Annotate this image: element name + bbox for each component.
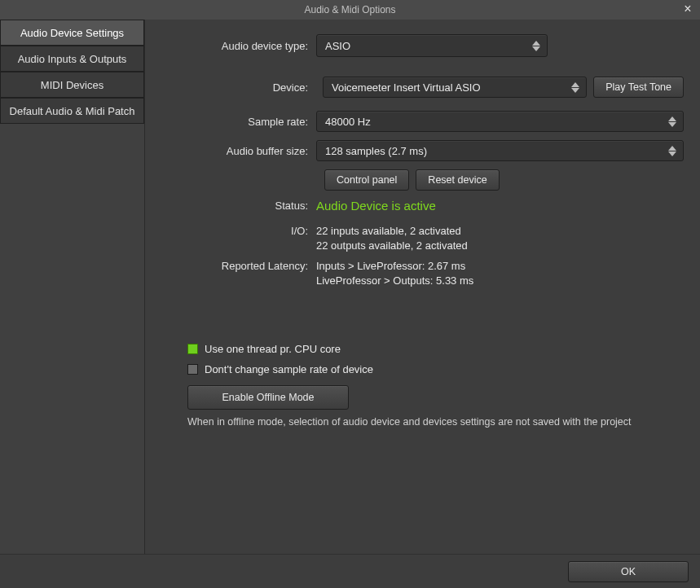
checkbox-icon: [187, 364, 198, 375]
play-test-tone-button[interactable]: Play Test Tone: [593, 77, 684, 98]
svg-marker-0: [532, 41, 540, 46]
svg-marker-1: [532, 46, 540, 51]
label-sample-rate: Sample rate:: [161, 116, 316, 128]
sidebar-item-audio-device-settings[interactable]: Audio Device Settings: [0, 20, 144, 46]
label-io: I/O:: [161, 224, 316, 237]
svg-marker-4: [668, 116, 676, 121]
window-title: Audio & Midi Options: [304, 4, 395, 15]
svg-marker-2: [571, 82, 579, 87]
updown-icon: [532, 38, 544, 53]
sidebar-item-label: Default Audio & Midi Patch: [10, 105, 135, 117]
sidebar-item-audio-io[interactable]: Audio Inputs & Outputs: [0, 46, 144, 72]
svg-marker-6: [668, 146, 676, 151]
latency-value: Inputs > LiveProfessor: 2.67 ms LiveProf…: [316, 259, 473, 287]
combo-value: ASIO: [325, 40, 350, 52]
sidebar: Audio Device Settings Audio Inputs & Out…: [0, 20, 145, 554]
label-latency: Reported Latency:: [161, 259, 316, 272]
sidebar-item-label: Audio Device Settings: [20, 27, 124, 39]
combo-audio-device-type[interactable]: ASIO: [316, 34, 548, 57]
control-panel-button[interactable]: Control panel: [324, 169, 409, 191]
svg-marker-5: [668, 122, 676, 127]
enable-offline-mode-button[interactable]: Enable Offline Mode: [187, 385, 349, 410]
updown-icon: [668, 143, 680, 158]
combo-sample-rate[interactable]: 48000 Hz: [316, 111, 684, 132]
sidebar-item-label: Audio Inputs & Outputs: [18, 53, 127, 65]
combo-value: Voicemeeter Insert Virtual ASIO: [332, 81, 481, 94]
updown-icon: [571, 80, 583, 94]
ok-button[interactable]: OK: [568, 561, 689, 582]
close-icon[interactable]: ×: [680, 2, 695, 16]
label-device: Device:: [161, 81, 316, 94]
combo-value: 48000 Hz: [325, 116, 371, 128]
checkbox-dont-change-samplerate[interactable]: Dont't change sample rate of device: [161, 363, 684, 375]
checkbox-label: Dont't change sample rate of device: [205, 363, 373, 375]
label-audio-device-type: Audio device type:: [161, 40, 316, 52]
checkbox-label: Use one thread pr. CPU core: [205, 343, 341, 355]
footer: OK: [0, 554, 700, 588]
titlebar: Audio & Midi Options ×: [0, 0, 700, 20]
combo-value: 128 samples (2.7 ms): [325, 145, 427, 157]
offline-note: When in offline mode, selection of audio…: [161, 416, 684, 428]
io-value: 22 inputs available, 2 activated 22 outp…: [316, 224, 468, 252]
sidebar-item-default-patch[interactable]: Default Audio & Midi Patch: [0, 98, 144, 124]
updown-icon: [668, 114, 680, 129]
svg-marker-7: [668, 151, 676, 156]
checkbox-icon: [187, 344, 198, 354]
combo-device[interactable]: Voicemeeter Insert Virtual ASIO: [323, 77, 587, 98]
label-status: Status:: [161, 199, 316, 212]
label-buffer-size: Audio buffer size:: [161, 145, 316, 157]
sidebar-item-label: MIDI Devices: [41, 79, 103, 91]
main-panel: Audio device type: ASIO Device: Voicemee…: [145, 20, 700, 554]
combo-buffer-size[interactable]: 128 samples (2.7 ms): [316, 140, 684, 161]
sidebar-item-midi-devices[interactable]: MIDI Devices: [0, 72, 144, 98]
checkbox-thread-per-core[interactable]: Use one thread pr. CPU core: [161, 343, 684, 355]
svg-marker-3: [571, 88, 579, 93]
reset-device-button[interactable]: Reset device: [416, 169, 499, 191]
status-value: Audio Device is active: [316, 199, 436, 213]
